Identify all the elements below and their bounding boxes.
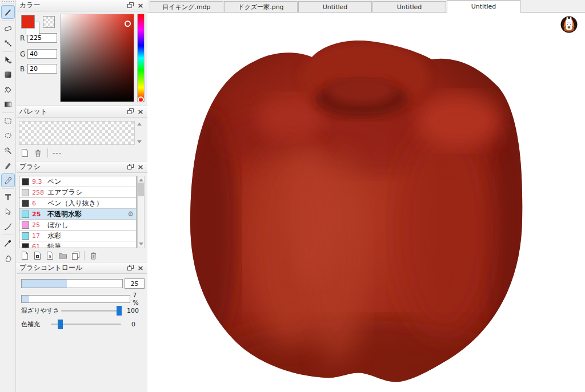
document-tab-bar: 目イキング.mdp ドクズ一家.png Untitled Untitled Un… — [147, 0, 585, 13]
close-panel-icon[interactable]: × — [137, 163, 145, 171]
document-tab-3[interactable]: Untitled — [298, 1, 372, 12]
blue-value-input[interactable] — [27, 64, 57, 74]
hand-tool-icon — [3, 253, 13, 262]
brush-list-item-selected[interactable]: 25 不透明水彩 ⚙ — [19, 209, 136, 220]
duplicate-brush-icon[interactable] — [70, 250, 80, 260]
drawing-canvas[interactable] — [147, 13, 585, 392]
delete-brush-icon[interactable] — [89, 250, 98, 260]
gradient-tool[interactable] — [1, 98, 15, 111]
eraser-tool-icon — [3, 24, 13, 33]
toolbar-grip[interactable] — [1, 1, 14, 4]
brush-size-value[interactable]: 25 — [125, 278, 145, 289]
move-tool[interactable] — [1, 53, 15, 67]
brush-panel-header: ブラシ × — [17, 161, 147, 173]
eyedropper-tool-icon — [3, 239, 13, 248]
magic-wand-tool[interactable] — [1, 144, 15, 157]
brush-color-swatch — [22, 243, 29, 249]
lasso-tool[interactable] — [1, 129, 15, 143]
brush-name: ぼかし — [47, 220, 136, 230]
brush-list-item[interactable]: 17 水彩 — [19, 231, 136, 241]
brush-color-swatch — [22, 211, 29, 218]
mixing-slider-handle[interactable] — [117, 306, 122, 316]
brush-size: 25 — [32, 211, 47, 218]
add-script-brush-icon[interactable]: S — [45, 250, 55, 260]
document-tab-4[interactable]: Untitled — [372, 1, 446, 12]
scroll-down-icon[interactable] — [137, 140, 142, 143]
select-eraser-tool[interactable] — [1, 173, 15, 187]
add-color-icon[interactable] — [20, 148, 30, 157]
select-pen-tool[interactable] — [1, 159, 15, 172]
apple-artwork — [147, 13, 585, 392]
add-brush-icon[interactable] — [20, 250, 30, 260]
brush-size: 17 — [32, 232, 47, 240]
brush-list-item[interactable]: 25 ぼかし — [19, 220, 136, 231]
smudge-tool-icon — [3, 39, 13, 48]
brush-opacity-bar[interactable] — [21, 295, 130, 303]
float-panel-icon[interactable] — [126, 2, 134, 10]
float-panel-icon[interactable] — [126, 108, 134, 116]
text-tool-icon — [3, 192, 13, 201]
fill-tool[interactable] — [1, 68, 15, 82]
color-refill-label: 色補充 — [21, 320, 51, 329]
brush-panel: ブラシ × 9.3 ペン 258 エアブラシ 6 ペン（入り抜き） — [17, 161, 147, 262]
brush-list-item[interactable]: 9.3 ペン — [19, 176, 136, 187]
add-bitmap-brush-icon[interactable] — [33, 250, 42, 260]
close-panel-icon[interactable]: × — [137, 264, 145, 272]
palette-panel-header: パレット × — [17, 106, 147, 118]
hue-slider[interactable] — [137, 14, 145, 102]
color-refill-slider-handle[interactable] — [58, 320, 63, 329]
palette-panel: パレット × --- — [17, 106, 147, 161]
brush-list-scrollbar[interactable] — [137, 176, 145, 248]
brush-opacity-fill — [22, 296, 29, 302]
brush-list-item[interactable]: 61 鉛筆 — [19, 241, 136, 248]
blue-label: B — [20, 65, 27, 73]
brush-folder-icon[interactable] — [58, 250, 67, 260]
brush-panel-title: ブラシ — [19, 162, 124, 172]
mixing-slider[interactable] — [61, 310, 121, 312]
brush-list-item[interactable]: 6 ペン（入り抜き） — [19, 198, 136, 209]
divide-tool[interactable] — [1, 220, 15, 233]
brush-color-swatch — [22, 189, 29, 196]
eyedropper-tool[interactable] — [1, 236, 15, 250]
scroll-down-icon[interactable] — [139, 243, 143, 245]
mixing-value: 100 — [127, 307, 139, 314]
color-panel-header: カラー × — [17, 0, 147, 11]
fill-tool-icon — [3, 70, 13, 79]
close-panel-icon[interactable]: × — [137, 2, 145, 10]
scrollbar-thumb[interactable] — [138, 183, 144, 196]
close-panel-icon[interactable]: × — [137, 108, 145, 116]
smudge-tool[interactable] — [1, 37, 15, 50]
hue-cursor[interactable] — [138, 96, 144, 103]
green-value-input[interactable] — [27, 49, 57, 59]
brush-opacity-value: 7 % — [133, 292, 145, 306]
foreground-color-swatch[interactable] — [21, 15, 35, 29]
float-panel-icon[interactable] — [126, 163, 134, 171]
firealpaca-logo-icon — [560, 15, 578, 34]
scroll-up-icon[interactable] — [139, 179, 143, 181]
select-pen-tool-icon — [3, 161, 13, 170]
color-refill-slider[interactable] — [51, 324, 121, 325]
transparent-color-swatch[interactable] — [43, 16, 55, 28]
sv-cursor[interactable] — [125, 21, 131, 27]
brush-size-bar[interactable] — [21, 279, 123, 288]
hand-tool[interactable] — [1, 251, 15, 265]
scroll-up-icon[interactable] — [137, 123, 142, 126]
document-tab-2[interactable]: ドクズ一家.png — [224, 1, 298, 12]
palette-color-grid[interactable] — [19, 121, 135, 145]
brush-size: 6 — [32, 200, 47, 207]
document-tab-1[interactable]: 目イキング.mdp — [150, 1, 223, 12]
eraser-tool[interactable] — [1, 22, 15, 35]
operation-tool[interactable] — [1, 205, 15, 219]
bucket-tool[interactable] — [1, 83, 15, 96]
document-tab-5-active[interactable]: Untitled — [447, 0, 520, 13]
palette-scroll[interactable] — [136, 121, 143, 145]
rect-select-tool[interactable] — [1, 114, 15, 128]
float-panel-icon[interactable] — [126, 264, 134, 272]
text-tool[interactable] — [1, 190, 15, 204]
color-panel: カラー × R G B — [17, 0, 147, 106]
brush-list-item[interactable]: 258 エアブラシ — [19, 187, 136, 198]
brush-settings-icon[interactable]: ⚙ — [127, 210, 134, 218]
delete-color-icon[interactable] — [33, 148, 43, 157]
brush-tool[interactable] — [1, 5, 15, 19]
saturation-value-picker[interactable] — [60, 14, 134, 102]
